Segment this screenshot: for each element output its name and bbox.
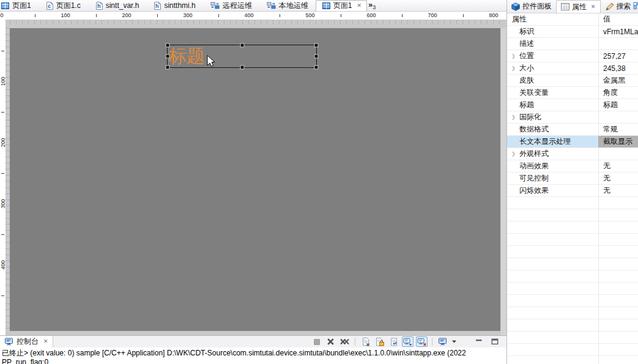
panel-tab[interactable]: 搜索 [601,0,636,13]
property-value-cell[interactable]: 无 [598,160,638,172]
page-surface[interactable]: 标题 [10,28,500,331]
property-value-cell[interactable] [598,111,638,123]
dropdown-arrow-button[interactable] [451,336,457,347]
property-value-cell[interactable]: 245,38 [598,62,638,74]
property-value-cell[interactable]: 截取显示 [598,136,638,147]
maximize-button[interactable] [489,336,500,347]
property-value-cell[interactable]: 257,27 [598,50,638,62]
property-row[interactable]: 闪烁效果无 [507,185,638,197]
property-row-empty [507,221,638,234]
property-row[interactable]: 标识vFrm1MLa [507,26,638,38]
close-icon[interactable]: ✕ [357,3,362,9]
resize-handle-w[interactable] [166,54,170,59]
resize-handle-e[interactable] [314,54,319,59]
clear-console-button[interactable] [360,336,371,347]
property-value-cell[interactable] [598,38,638,50]
property-row-empty [507,344,638,356]
editor-tab[interactable]: 页面1✕ [316,0,367,11]
property-name-cell[interactable]: ❯大小 [507,62,598,74]
remove-launch-button[interactable] [325,336,336,347]
property-row[interactable]: ❯大小245,38 [507,62,638,75]
property-name-cell [507,319,598,331]
panel-tab[interactable]: 属性✕ [556,0,601,13]
property-row[interactable]: 皮肤金属黑 [507,75,638,87]
remove-all-launches-button[interactable] [339,336,351,347]
property-value-cell[interactable]: 无 [598,185,638,196]
expand-chevron-icon[interactable]: ❯ [511,54,519,59]
property-name-cell[interactable]: ❯国际化 [507,111,598,123]
scroll-lock-button[interactable] [374,336,385,347]
ruler-tick [402,14,402,17]
canvas-scrollbar[interactable] [501,28,506,335]
resize-handle-ne[interactable] [314,43,319,48]
resize-handle-s[interactable] [240,65,244,70]
property-row[interactable]: ❯外观样式 [507,148,638,160]
editor-tab[interactable]: 远程运维 [203,0,259,11]
property-name-cell[interactable]: 可见控制 [507,173,598,184]
editor-tab[interactable]: hsintt_var.h [88,0,147,11]
property-value-cell[interactable]: 无 [598,173,638,184]
word-wrap-button[interactable] [388,336,399,347]
expand-chevron-icon[interactable]: ❯ [511,152,519,157]
property-row[interactable]: 描述 [507,38,638,50]
sync-ops-icon [267,2,276,9]
property-value-cell[interactable]: 角度 [598,87,638,98]
property-row[interactable]: 可见控制无 [507,173,638,185]
console-tab[interactable]: 控制台 ✕ [0,336,53,348]
close-icon[interactable]: ✕ [43,339,48,344]
editor-tab[interactable]: c页面1.c [39,0,88,11]
editor-tab-label: 页面1 [12,1,31,11]
property-name-cell[interactable]: 长文本显示处理 [507,136,598,147]
minimize-button[interactable] [473,336,484,347]
property-name-cell[interactable]: ❯外观样式 [507,148,598,160]
selected-label-widget[interactable]: 标题 [167,45,317,68]
ruler-tick [96,14,97,17]
property-row[interactable]: 标题标题 [507,99,638,111]
property-name-cell[interactable]: 动画效果 [507,160,598,172]
property-value-cell[interactable]: vFrm1MLa [598,26,638,37]
property-value-cell[interactable] [598,148,638,160]
editor-tab[interactable]: 页面1 [0,0,39,11]
property-row[interactable]: 动画效果无 [507,160,638,173]
panel-tab[interactable]: 控件面板 [507,0,556,13]
ruler-label: 800 [489,12,498,18]
property-row[interactable]: ❯国际化 [507,111,638,124]
property-row[interactable]: 长文本显示处理截取显示 [507,136,638,148]
property-name-cell[interactable]: 数据格式 [507,124,598,135]
close-icon[interactable]: ✕ [591,4,596,10]
property-name-cell[interactable]: 闪烁效果 [507,185,598,196]
property-value-cell [598,295,638,306]
terminate-button[interactable] [311,336,322,347]
editor-tab[interactable]: hsintthmi.h [146,0,202,11]
property-name-cell[interactable]: 皮肤 [507,75,598,86]
property-value-cell[interactable]: 金属黑 [598,75,638,86]
property-value-cell[interactable]: 常规 [598,124,638,135]
layout-partial-icon[interactable] [633,2,638,10]
property-name-cell[interactable]: 标识 [507,26,598,37]
resize-handle-n[interactable] [240,43,244,48]
editor-tab[interactable]: 本地运维 [259,0,316,11]
resize-handle-nw[interactable] [166,43,170,48]
resize-handle-sw[interactable] [166,65,170,70]
display-console-button[interactable] [437,336,448,347]
console-output[interactable]: 已终止> (exit value: 0) sample [C/C++ Appli… [0,347,506,364]
property-name-cell[interactable]: 标题 [507,99,598,111]
property-row[interactable]: ❯位置257,27 [507,50,638,62]
resize-handle-se[interactable] [314,65,319,70]
show-stderr-button[interactable] [416,336,428,347]
property-name-cell[interactable]: 关联变量 [507,87,598,98]
expand-chevron-icon[interactable]: ❯ [511,115,519,120]
property-name-cell [507,344,598,355]
property-name: 位置 [519,51,534,61]
property-name: 关联变量 [519,87,549,98]
property-row[interactable]: 数据格式常规 [507,124,638,136]
property-name-cell[interactable]: 描述 [507,38,598,50]
property-value-cell[interactable]: 标题 [598,99,638,111]
expand-chevron-icon[interactable]: ❯ [511,66,519,71]
property-name-cell[interactable]: ❯位置 [507,50,598,62]
property-value-cell [598,221,638,233]
ruler-label: 600 [366,12,376,18]
tab-overflow-indicator[interactable]: » 3 [367,0,378,11]
property-row[interactable]: 关联变量角度 [507,87,638,99]
show-stdout-button[interactable] [402,336,414,347]
